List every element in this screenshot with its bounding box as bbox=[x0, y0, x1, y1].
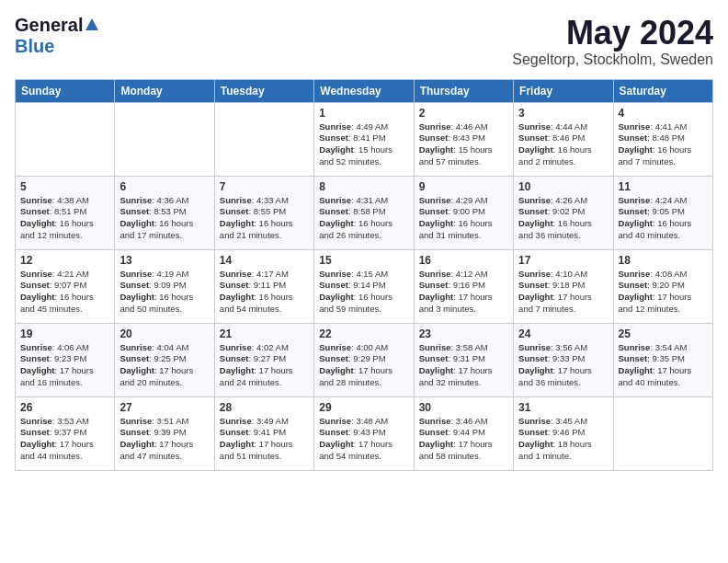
day-content: Sunrise: 4:08 AM Sunset: 9:20 PM Dayligh… bbox=[619, 269, 708, 316]
day-number: 31 bbox=[518, 401, 608, 414]
day-content: Sunrise: 4:31 AM Sunset: 8:58 PM Dayligh… bbox=[319, 195, 408, 242]
day-content: Sunrise: 4:17 AM Sunset: 9:11 PM Dayligh… bbox=[220, 269, 309, 316]
day-number: 10 bbox=[518, 180, 608, 193]
day-content: Sunrise: 3:54 AM Sunset: 9:35 PM Dayligh… bbox=[619, 342, 708, 389]
calendar-week-row: 19Sunrise: 4:06 AM Sunset: 9:23 PM Dayli… bbox=[16, 323, 713, 396]
calendar-cell: 28Sunrise: 3:49 AM Sunset: 9:41 PM Dayli… bbox=[214, 396, 313, 470]
calendar-cell: 4Sunrise: 4:41 AM Sunset: 8:48 PM Daylig… bbox=[613, 102, 712, 176]
day-content: Sunrise: 3:53 AM Sunset: 9:37 PM Dayligh… bbox=[20, 416, 109, 463]
calendar-cell: 18Sunrise: 4:08 AM Sunset: 9:20 PM Dayli… bbox=[613, 249, 712, 323]
calendar-table: SundayMondayTuesdayWednesdayThursdayFrid… bbox=[15, 79, 713, 471]
day-content: Sunrise: 4:38 AM Sunset: 8:51 PM Dayligh… bbox=[20, 195, 109, 242]
calendar-cell: 12Sunrise: 4:21 AM Sunset: 9:07 PM Dayli… bbox=[16, 249, 115, 323]
calendar-header-row: SundayMondayTuesdayWednesdayThursdayFrid… bbox=[16, 79, 713, 102]
title-block: May 2024 Segeltorp, Stockholm, Sweden bbox=[512, 15, 713, 68]
day-number: 5 bbox=[20, 180, 109, 193]
calendar-cell: 20Sunrise: 4:04 AM Sunset: 9:25 PM Dayli… bbox=[115, 323, 214, 396]
calendar-cell: 3Sunrise: 4:44 AM Sunset: 8:46 PM Daylig… bbox=[514, 102, 613, 176]
day-content: Sunrise: 3:48 AM Sunset: 9:43 PM Dayligh… bbox=[319, 416, 408, 463]
day-number: 18 bbox=[619, 254, 708, 267]
day-number: 21 bbox=[220, 327, 309, 340]
calendar-cell: 6Sunrise: 4:36 AM Sunset: 8:53 PM Daylig… bbox=[115, 176, 214, 249]
day-content: Sunrise: 4:15 AM Sunset: 9:14 PM Dayligh… bbox=[319, 269, 408, 316]
calendar-day-header: Thursday bbox=[414, 79, 513, 102]
calendar-cell: 29Sunrise: 3:48 AM Sunset: 9:43 PM Dayli… bbox=[314, 396, 414, 470]
day-number: 17 bbox=[518, 254, 608, 267]
day-content: Sunrise: 4:46 AM Sunset: 8:43 PM Dayligh… bbox=[419, 121, 508, 168]
location-title: Segeltorp, Stockholm, Sweden bbox=[512, 52, 713, 68]
day-number: 14 bbox=[220, 254, 309, 267]
day-number: 7 bbox=[220, 180, 309, 193]
calendar-cell: 26Sunrise: 3:53 AM Sunset: 9:37 PM Dayli… bbox=[16, 396, 115, 470]
page-header: General Blue May 2024 Segeltorp, Stockho… bbox=[15, 15, 713, 68]
calendar-cell bbox=[613, 396, 712, 470]
day-content: Sunrise: 3:58 AM Sunset: 9:31 PM Dayligh… bbox=[419, 342, 508, 389]
calendar-cell: 14Sunrise: 4:17 AM Sunset: 9:11 PM Dayli… bbox=[214, 249, 313, 323]
calendar-cell: 23Sunrise: 3:58 AM Sunset: 9:31 PM Dayli… bbox=[414, 323, 513, 396]
day-number: 24 bbox=[518, 327, 608, 340]
calendar-cell: 24Sunrise: 3:56 AM Sunset: 9:33 PM Dayli… bbox=[514, 323, 613, 396]
calendar-day-header: Wednesday bbox=[314, 79, 414, 102]
calendar-cell: 15Sunrise: 4:15 AM Sunset: 9:14 PM Dayli… bbox=[314, 249, 414, 323]
day-number: 2 bbox=[419, 107, 508, 120]
calendar-cell: 9Sunrise: 4:29 AM Sunset: 9:00 PM Daylig… bbox=[414, 176, 513, 249]
day-content: Sunrise: 4:12 AM Sunset: 9:16 PM Dayligh… bbox=[419, 269, 508, 316]
day-content: Sunrise: 4:44 AM Sunset: 8:46 PM Dayligh… bbox=[518, 121, 608, 168]
day-number: 26 bbox=[20, 401, 109, 414]
calendar-cell: 7Sunrise: 4:33 AM Sunset: 8:55 PM Daylig… bbox=[214, 176, 313, 249]
calendar-cell: 22Sunrise: 4:00 AM Sunset: 9:29 PM Dayli… bbox=[314, 323, 414, 396]
calendar-cell: 2Sunrise: 4:46 AM Sunset: 8:43 PM Daylig… bbox=[414, 102, 513, 176]
day-content: Sunrise: 4:41 AM Sunset: 8:48 PM Dayligh… bbox=[619, 121, 708, 168]
calendar-cell: 16Sunrise: 4:12 AM Sunset: 9:16 PM Dayli… bbox=[414, 249, 513, 323]
day-content: Sunrise: 4:19 AM Sunset: 9:09 PM Dayligh… bbox=[119, 269, 209, 316]
day-content: Sunrise: 4:29 AM Sunset: 9:00 PM Dayligh… bbox=[419, 195, 508, 242]
logo: General Blue bbox=[15, 15, 98, 57]
day-number: 16 bbox=[419, 254, 508, 267]
calendar-cell: 5Sunrise: 4:38 AM Sunset: 8:51 PM Daylig… bbox=[16, 176, 115, 249]
day-content: Sunrise: 4:06 AM Sunset: 9:23 PM Dayligh… bbox=[20, 342, 109, 389]
calendar-cell: 10Sunrise: 4:26 AM Sunset: 9:02 PM Dayli… bbox=[514, 176, 613, 249]
calendar-day-header: Monday bbox=[115, 79, 214, 102]
calendar-cell bbox=[115, 102, 214, 176]
calendar-cell bbox=[16, 102, 115, 176]
calendar-cell: 25Sunrise: 3:54 AM Sunset: 9:35 PM Dayli… bbox=[613, 323, 712, 396]
calendar-day-header: Friday bbox=[514, 79, 613, 102]
day-number: 3 bbox=[518, 107, 608, 120]
logo-general-text: General bbox=[15, 15, 83, 36]
day-number: 1 bbox=[319, 107, 408, 120]
day-content: Sunrise: 4:10 AM Sunset: 9:18 PM Dayligh… bbox=[518, 269, 608, 316]
day-number: 6 bbox=[119, 180, 209, 193]
calendar-cell: 27Sunrise: 3:51 AM Sunset: 9:39 PM Dayli… bbox=[115, 396, 214, 470]
day-number: 4 bbox=[619, 107, 708, 120]
day-content: Sunrise: 3:45 AM Sunset: 9:46 PM Dayligh… bbox=[518, 416, 608, 463]
day-number: 13 bbox=[119, 254, 209, 267]
calendar-week-row: 5Sunrise: 4:38 AM Sunset: 8:51 PM Daylig… bbox=[16, 176, 713, 249]
day-content: Sunrise: 4:04 AM Sunset: 9:25 PM Dayligh… bbox=[119, 342, 209, 389]
calendar-cell: 19Sunrise: 4:06 AM Sunset: 9:23 PM Dayli… bbox=[16, 323, 115, 396]
calendar-week-row: 26Sunrise: 3:53 AM Sunset: 9:37 PM Dayli… bbox=[16, 396, 713, 470]
calendar-cell: 30Sunrise: 3:46 AM Sunset: 9:44 PM Dayli… bbox=[414, 396, 513, 470]
calendar-cell: 8Sunrise: 4:31 AM Sunset: 8:58 PM Daylig… bbox=[314, 176, 414, 249]
day-content: Sunrise: 3:49 AM Sunset: 9:41 PM Dayligh… bbox=[220, 416, 309, 463]
calendar-cell: 31Sunrise: 3:45 AM Sunset: 9:46 PM Dayli… bbox=[514, 396, 613, 470]
day-content: Sunrise: 3:56 AM Sunset: 9:33 PM Dayligh… bbox=[518, 342, 608, 389]
day-number: 11 bbox=[619, 180, 708, 193]
day-content: Sunrise: 4:24 AM Sunset: 9:05 PM Dayligh… bbox=[619, 195, 708, 242]
calendar-cell bbox=[214, 102, 313, 176]
day-content: Sunrise: 4:33 AM Sunset: 8:55 PM Dayligh… bbox=[220, 195, 309, 242]
day-content: Sunrise: 4:26 AM Sunset: 9:02 PM Dayligh… bbox=[518, 195, 608, 242]
day-number: 23 bbox=[419, 327, 508, 340]
day-content: Sunrise: 4:36 AM Sunset: 8:53 PM Dayligh… bbox=[119, 195, 209, 242]
day-number: 28 bbox=[220, 401, 309, 414]
calendar-body: 1Sunrise: 4:49 AM Sunset: 8:41 PM Daylig… bbox=[16, 102, 713, 470]
day-content: Sunrise: 3:51 AM Sunset: 9:39 PM Dayligh… bbox=[119, 416, 209, 463]
day-number: 12 bbox=[20, 254, 109, 267]
calendar-day-header: Sunday bbox=[16, 79, 115, 102]
day-number: 20 bbox=[119, 327, 209, 340]
logo-blue-text: Blue bbox=[15, 36, 54, 56]
calendar-cell: 21Sunrise: 4:02 AM Sunset: 9:27 PM Dayli… bbox=[214, 323, 313, 396]
day-number: 9 bbox=[419, 180, 508, 193]
calendar-week-row: 12Sunrise: 4:21 AM Sunset: 9:07 PM Dayli… bbox=[16, 249, 713, 323]
day-number: 22 bbox=[319, 327, 408, 340]
calendar-cell: 13Sunrise: 4:19 AM Sunset: 9:09 PM Dayli… bbox=[115, 249, 214, 323]
